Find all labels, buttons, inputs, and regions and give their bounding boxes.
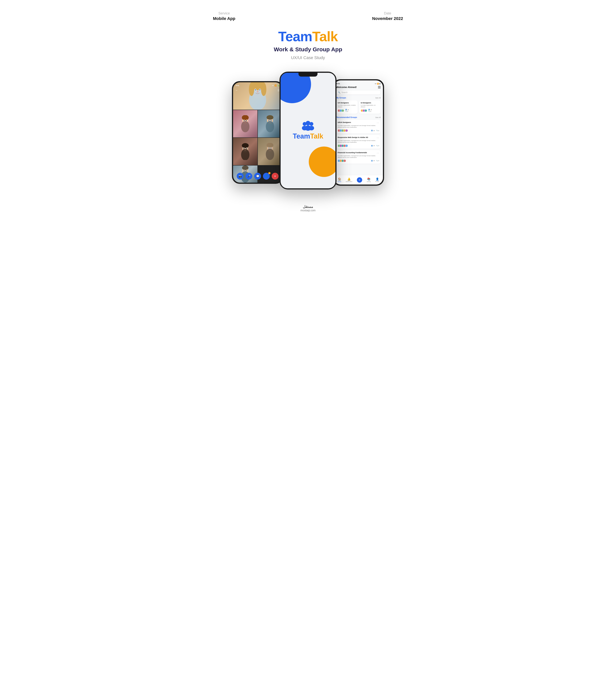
svg-point-15: [244, 120, 245, 121]
nav-profile[interactable]: 👤 Profile: [375, 177, 379, 182]
video-cell-4: [233, 138, 257, 165]
my-groups-row: UX Designers Is a data organization, ena…: [336, 100, 381, 114]
rec-members-1: 👤24: [371, 130, 375, 131]
svg-point-22: [268, 120, 269, 121]
rec-file-icon-1: 📎: [376, 130, 378, 131]
app-logo-icon: [300, 121, 316, 132]
video-header: ← ☰: [233, 88, 282, 93]
signal-icon-left: ▪▪▪: [272, 85, 274, 86]
phones-row: 9:41 ▪▪▪ 📶 🔋 ← ☰: [213, 72, 403, 189]
camera-btn[interactable]: 📷: [237, 173, 244, 180]
participants-btn[interactable]: 👤 3: [263, 173, 270, 180]
signal-icon-right: ▪▪▪: [375, 83, 377, 85]
time-right: 9:41: [336, 83, 340, 85]
hamburger-line-1: [378, 86, 381, 86]
nav-home[interactable]: 🏠 Home: [338, 177, 341, 182]
phone-left-screen: 9:41 ▪▪▪ 📶 🔋 ← ☰: [233, 82, 282, 183]
svg-point-41: [242, 166, 249, 170]
search-icon: 🔍: [338, 91, 340, 94]
bottom-nav: 🏠 Home 🔔 Notification + 📚 Library: [334, 175, 383, 185]
chat-btn[interactable]: 💬: [254, 173, 261, 180]
rec-files-2: 📎8: [376, 145, 379, 147]
svg-point-30: [246, 148, 247, 149]
svg-rect-31: [243, 149, 247, 149]
svg-point-16: [246, 120, 247, 121]
rec-av2-b: [345, 145, 348, 147]
service-block: Service Mobile App: [213, 12, 235, 21]
group-card-1[interactable]: UX Designers Is a data organization, ena…: [336, 100, 357, 114]
group-1-footer: 👤24 📎8: [338, 109, 356, 112]
mic-btn[interactable]: 🎤: [246, 173, 252, 180]
my-groups-section-header: My Groups See All: [336, 97, 381, 99]
phone-middle-screen: TeamTalk: [281, 73, 335, 188]
brand-url: mostaqi.com: [300, 209, 315, 212]
profile-icon: 👤: [376, 177, 379, 181]
group-card-2[interactable]: UI Designers Is a data organization, en …: [359, 100, 381, 114]
recommended-title: Recommended Groups: [336, 116, 357, 118]
rec-avatars-2: [338, 145, 347, 147]
svg-point-34: [267, 143, 273, 148]
rec-file-icon-2: 📎: [376, 145, 378, 147]
app-subtitle: Work & Study Group App: [274, 46, 342, 53]
service-label: Service: [213, 12, 235, 15]
date-value: November 2022: [372, 16, 403, 21]
search-bar[interactable]: 🔍 Search: [336, 90, 381, 95]
files-badge-1: 📎8: [345, 111, 349, 112]
recommended-see-all[interactable]: See All: [375, 117, 381, 118]
splash-screen: TeamTalk: [281, 73, 335, 188]
splash-circle-blue: [281, 73, 311, 103]
svg-point-53: [310, 122, 313, 126]
status-bar-left: 9:41 ▪▪▪ 📶 🔋: [233, 82, 282, 88]
rec-group-1[interactable]: UI/UX Designers ··· Is a data organizati…: [336, 120, 381, 133]
rec-group-2[interactable]: Responsive Web Design in Adobe XD ··· Is…: [336, 135, 381, 149]
person-icon-1: 👤: [345, 109, 347, 111]
avatar-6: [365, 109, 367, 112]
rec-group-2-menu[interactable]: ···: [377, 136, 379, 139]
rec-group-3-menu[interactable]: ···: [377, 152, 379, 154]
library-icon: 📚: [367, 177, 370, 181]
svg-point-29: [244, 148, 245, 149]
rec-group-3-header: Financial Accounting Fundamentals ···: [338, 152, 379, 154]
rec-files-3: 📎8: [376, 160, 379, 162]
svg-point-12: [242, 115, 249, 120]
nav-library[interactable]: 📚 Library: [367, 177, 371, 182]
rec-members-2: 👤24: [371, 145, 375, 147]
rec-files-1: 📎8: [376, 130, 379, 131]
participant-4: [233, 138, 257, 165]
end-call-btn[interactable]: ✕: [272, 173, 279, 180]
splash-app-name: TeamTalk: [293, 132, 323, 140]
home-header-row: Welcome Ahmed!: [336, 86, 381, 88]
rec-person-icon-3: 👤: [371, 160, 373, 162]
rec-av5: [345, 129, 348, 132]
svg-point-54: [309, 126, 314, 130]
svg-point-37: [268, 148, 269, 149]
participant-3: [258, 110, 282, 137]
svg-point-19: [267, 115, 273, 120]
case-study-label: UX/UI Case Study: [291, 55, 325, 60]
rec-group-1-menu[interactable]: ···: [377, 121, 379, 124]
nav-notification[interactable]: 🔔 Notification: [346, 177, 352, 182]
my-groups-title: My Groups: [336, 97, 346, 99]
splash-team: Team: [293, 132, 310, 140]
rec-group-3[interactable]: Financial Accounting Fundamentals ··· Is…: [336, 150, 381, 164]
back-icon[interactable]: ←: [235, 89, 238, 92]
status-bar-right: 9:41 ▪▪▪ 🛜 ▮: [334, 80, 383, 86]
date-label: Date: [372, 12, 403, 15]
library-label: Library: [367, 181, 371, 182]
my-groups-see-all[interactable]: See All: [375, 97, 381, 99]
svg-point-45: [246, 170, 247, 171]
rec-group-3-footer: 👤24 📎8: [338, 159, 379, 162]
title-talk: Talk: [312, 29, 338, 44]
rec-members-3: 👤24: [371, 160, 375, 162]
video-cell-5: [258, 138, 282, 165]
group-1-desc: Is a data organization, enables efficien…: [338, 104, 356, 108]
notification-icon: 🔔: [347, 177, 351, 181]
rec-group-3-title: Financial Accounting Fundamentals: [338, 152, 367, 154]
hamburger-menu[interactable]: [378, 86, 381, 88]
battery-icon-right: ▮: [380, 83, 380, 85]
file-icon-2: 📎: [368, 111, 370, 112]
rec-group-2-desc: Is a data organization, management and s…: [338, 140, 379, 143]
recommended-section-header: Recommended Groups See All: [336, 116, 381, 118]
nav-add-button[interactable]: +: [357, 177, 362, 183]
footer-watermark: مستقل mostaqi.com: [300, 205, 315, 212]
